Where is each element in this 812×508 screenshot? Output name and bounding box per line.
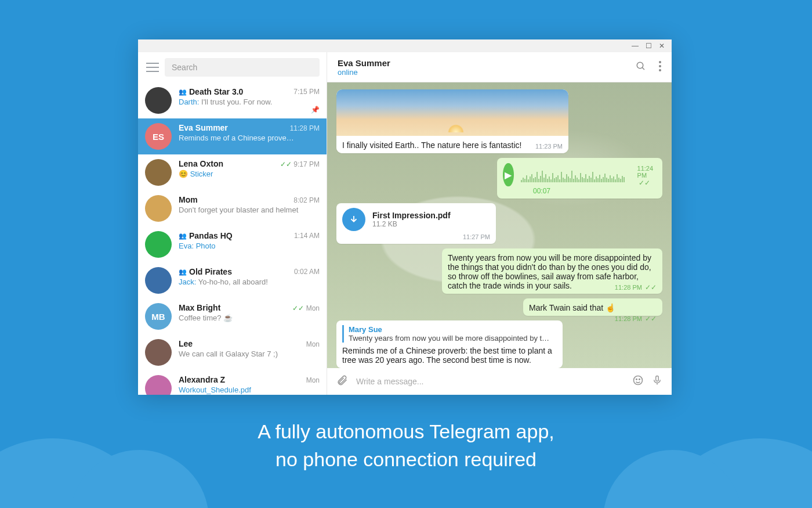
chat-snippet: Jack: Yo-ho-ho, all aboard! [179,278,320,286]
search-input[interactable] [165,58,320,77]
voice-duration: 00:07 [533,187,550,195]
svg-point-4 [659,69,661,71]
chat-list-item[interactable]: LeeMonWe can call it Galaxy Star 7 ;) [138,334,327,370]
maximize-button[interactable]: ☐ [646,42,652,50]
svg-line-1 [642,67,644,70]
chat-snippet: 😊 Sticker [179,170,320,178]
chat-list-item[interactable]: Alexandra ZMonWorkout_Shedule.pdf [138,370,327,395]
avatar [145,267,172,294]
quoted-message[interactable]: Mary Sue Twenty years from now you will … [342,325,557,343]
minimize-button[interactable]: — [632,42,639,50]
message-time: 11:28 PM ✓✓ [615,315,657,323]
svg-point-3 [659,65,661,67]
group-icon: 👥 [179,88,187,96]
download-icon[interactable] [342,208,365,231]
chat-name: Eva Summer [179,123,228,132]
chat-snippet: Darth: I'll trust you. For now. [179,98,320,106]
avatar [145,231,172,258]
window-titlebar: — ☐ ✕ [138,39,672,52]
svg-point-8 [639,379,640,380]
chat-snippet: Reminds me of a Chinese prove… [179,134,320,142]
message-composer [327,368,672,395]
search-icon[interactable] [636,61,646,74]
file-name: First Impression.pdf [372,211,451,220]
sidebar: 👥Death Star 3.07:15 PMDarth: I'll trust … [138,52,327,395]
message-reply[interactable]: Mary Sue Twenty years from now you will … [336,320,563,368]
chat-list: 👥Death Star 3.07:15 PMDarth: I'll trust … [138,82,327,395]
avatar [145,87,172,114]
chat-snippet: We can call it Galaxy Star 7 ;) [179,350,320,358]
chat-snippet: Workout_Shedule.pdf [179,385,320,394]
menu-icon[interactable] [146,63,159,72]
svg-point-2 [659,61,661,63]
chat-snippet: Eva: Photo [179,242,320,250]
message-text[interactable]: Mark Twain said that ☝️ 11:28 PM ✓✓ [523,298,662,316]
message-time: 11:28 PM [530,367,557,368]
voice-waveform[interactable] [521,167,625,182]
avatar [145,339,172,366]
avatar [145,375,172,395]
chat-status: online [338,68,390,77]
quote-sender: Mary Sue [349,325,557,334]
group-icon: 👥 [179,232,187,240]
more-icon[interactable] [659,61,661,74]
chat-name: 👥Old Pirates [179,267,232,276]
chat-name: 👥Death Star 3.0 [179,87,243,96]
pin-icon: 📌 [311,106,320,114]
chat-list-item[interactable]: MBMax Bright✓✓ MonCoffee time? ☕ [138,298,327,334]
chat-name: Max Bright [179,303,220,312]
chat-time: Mon [306,340,320,348]
chat-list-item[interactable]: 👥Pandas HQ1:14 AMEva: Photo [138,226,327,262]
message-voice[interactable]: ▶ 00:07 11:24 PM ✓✓ [497,158,662,199]
message-input[interactable] [356,377,624,386]
chat-time: 7:15 PM [293,88,320,96]
chat-name: Lee [179,339,193,348]
chat-time: ✓✓ Mon [292,304,320,312]
chat-time: 0:02 AM [294,268,320,276]
file-size: 11.2 KB [372,220,451,228]
chat-list-item[interactable]: Lena Oxton✓✓ 9:17 PM😊 Sticker [138,154,327,190]
message-time: 11:23 PM [535,143,563,150]
image-caption: I finally visited Earth.. The nature her… [342,140,521,150]
quote-text: Twenty years from now you will be more d… [349,334,557,343]
svg-rect-9 [656,376,659,381]
svg-point-7 [636,379,637,380]
app-window: — ☐ ✕ 👥Death Star 3.07:15 PMDarth: I'll … [138,39,672,395]
marketing-tagline: A fully autonomous Telegram app, no phon… [0,418,812,473]
chat-pane: Eva Summer online I final [327,52,672,395]
chat-time: 8:02 PM [293,196,320,204]
chat-list-item[interactable]: Mom8:02 PMDon't forget your blaster and … [138,190,327,226]
avatar [145,195,172,222]
message-file[interactable]: First Impression.pdf 11.2 KB 11:27 PM [336,203,496,244]
chat-snippet: Coffee time? ☕ [179,314,320,322]
chat-snippet: Don't forget your blaster and helmet [179,206,320,214]
svg-point-6 [634,376,643,385]
chat-header: Eva Summer online [327,52,672,82]
avatar [145,159,172,186]
chat-time: 1:14 AM [294,232,320,240]
message-time: 11:28 PM ✓✓ [615,283,657,291]
chat-time: ✓✓ 9:17 PM [280,160,320,168]
play-icon[interactable]: ▶ [503,163,514,186]
chat-name: Lena Oxton [179,159,223,168]
chat-list-item[interactable]: ESEva Summer11:28 PMReminds me of a Chin… [138,118,327,154]
message-time: 11:27 PM [463,233,490,240]
emoji-icon[interactable] [632,374,644,388]
avatar: MB [145,303,172,330]
message-text[interactable]: Twenty years from now you will be more d… [442,248,662,294]
chat-name: Mom [179,195,198,204]
message-time: 11:24 PM ✓✓ [637,165,657,187]
chat-time: Mon [306,376,320,384]
avatar: ES [145,123,172,150]
close-button[interactable]: ✕ [659,42,665,50]
message-list: I finally visited Earth.. The nature her… [327,82,672,368]
message-image[interactable]: I finally visited Earth.. The nature her… [336,89,568,153]
svg-point-0 [637,62,643,69]
chat-list-item[interactable]: 👥Death Star 3.07:15 PMDarth: I'll trust … [138,82,327,118]
chat-list-item[interactable]: 👥Old Pirates0:02 AMJack: Yo-ho-ho, all a… [138,262,327,298]
mic-icon[interactable] [652,374,662,388]
chat-title: Eva Summer [338,58,390,68]
attach-icon[interactable] [336,374,348,388]
chat-time: 11:28 PM [290,124,320,132]
chat-name: Alexandra Z [179,375,225,384]
